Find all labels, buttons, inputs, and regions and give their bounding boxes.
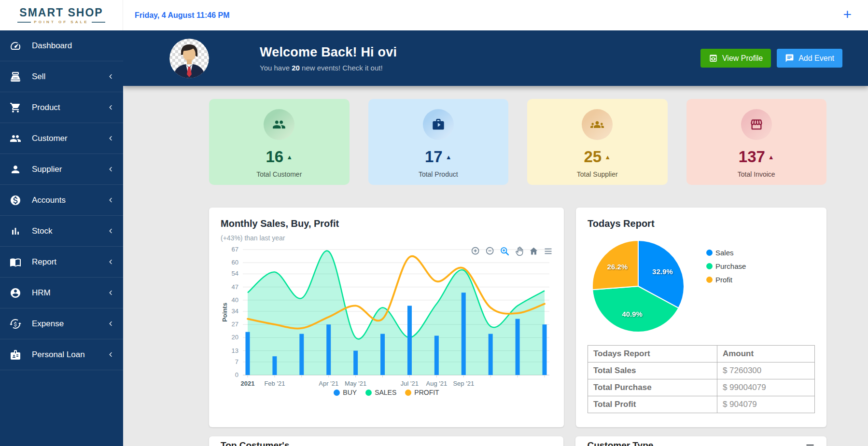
svg-text:20: 20 <box>232 334 238 341</box>
legend-item-buy[interactable]: BUY <box>334 389 357 396</box>
home-icon[interactable] <box>529 246 539 256</box>
sidebar-item-label: Sell <box>32 72 107 82</box>
stat-icon-circle <box>582 109 613 140</box>
stat-label: Total Invoice <box>738 170 775 178</box>
table-cell-label: Total Purchase <box>588 379 717 396</box>
top-customers-title: Top Costumer's <box>221 440 552 446</box>
pie-legend-item-profit[interactable]: Profit <box>706 276 746 284</box>
trend-up-icon: ▲ <box>446 153 452 161</box>
buy-bar[interactable] <box>434 336 439 375</box>
menu-icon[interactable] <box>805 442 815 446</box>
buy-bar[interactable] <box>380 334 385 375</box>
sidebar-item-accounts[interactable]: Accounts <box>0 185 123 216</box>
svg-text:2021: 2021 <box>241 380 255 387</box>
sidebar-item-expense[interactable]: Expense <box>0 308 123 339</box>
trend-up-icon: ▲ <box>768 153 774 161</box>
tagline-rule-right <box>92 22 105 23</box>
chevron-left-icon <box>107 73 114 80</box>
people-icon <box>10 133 21 144</box>
table-cell-amount: $ 904079 <box>717 396 814 413</box>
sidebar-item-hrm[interactable]: HRM <box>0 278 123 308</box>
welcome-subtitle: You have 20 new events! Check it out! <box>260 64 397 72</box>
buy-bar[interactable] <box>462 293 466 375</box>
table-cell-amount: $ 99004079 <box>717 379 814 396</box>
pie-area: 32.9%40.9%26.2% SalesPurchaseProfit <box>588 238 815 334</box>
pie-legend-item-sales[interactable]: Sales <box>706 249 746 257</box>
stat-label: Total Supplier <box>577 170 618 178</box>
menu-icon[interactable] <box>543 246 553 256</box>
sales-chart-canvas[interactable]: 071320273440475460672021Feb '21Apr '21Ma… <box>221 245 552 389</box>
svg-text:54: 54 <box>232 270 238 277</box>
legend-item-profit[interactable]: PROFIT <box>405 389 439 396</box>
buy-bar[interactable] <box>299 334 304 375</box>
sidebar-item-personal-loan[interactable]: Personal Loan <box>0 339 123 370</box>
selection-zoom-icon[interactable] <box>500 246 510 256</box>
cart-icon <box>10 102 21 113</box>
person-circle-icon <box>10 287 21 299</box>
user-avatar[interactable] <box>169 39 209 78</box>
add-event-button[interactable]: Add Event <box>777 49 842 68</box>
dashboard-content: 16▲Total Customer17▲Total Product25▲Tota… <box>123 86 868 446</box>
buy-bar[interactable] <box>543 324 547 375</box>
svg-text:Feb '21: Feb '21 <box>264 380 285 387</box>
product-icon <box>432 118 445 131</box>
view-profile-button[interactable]: View Profile <box>700 49 771 68</box>
chevron-left-icon <box>107 166 114 173</box>
charts-row: Monthly Sales, Buy, Profit (+43%) than l… <box>209 208 826 427</box>
badge-icon <box>10 349 21 361</box>
table-cell-label: Total Profit <box>588 396 717 413</box>
buy-bar[interactable] <box>407 306 412 375</box>
stat-card-total-product: 17▲Total Product <box>368 99 509 185</box>
buy-bar[interactable] <box>516 319 520 375</box>
stat-value: 137▲ <box>739 148 774 166</box>
legend-item-sales[interactable]: SALES <box>365 389 396 396</box>
sidebar-item-sell[interactable]: Sell <box>0 61 123 92</box>
svg-text:60: 60 <box>232 259 238 266</box>
pan-icon[interactable] <box>514 246 524 256</box>
stat-icon-circle <box>423 109 454 140</box>
stat-icon-circle <box>264 109 294 140</box>
welcome-title: Welcome Back! Hi ovi <box>260 45 397 60</box>
zoom-out-icon[interactable] <box>485 246 495 256</box>
preview-eye-icon <box>709 54 718 63</box>
sidebar-item-stock[interactable]: Stock <box>0 216 123 247</box>
chevron-left-icon <box>107 196 114 204</box>
pie-legend-item-purchase[interactable]: Purchase <box>706 262 746 270</box>
table-cell-amount: $ 7260300 <box>717 362 814 379</box>
svg-text:7: 7 <box>235 358 238 365</box>
sidebar-item-dashboard[interactable]: Dashboard <box>0 30 123 61</box>
buy-bar[interactable] <box>326 324 331 375</box>
todays-report-table: Todays ReportAmountTotal Sales$ 7260300T… <box>588 345 815 413</box>
chevron-left-icon <box>107 135 114 142</box>
buy-bar[interactable] <box>489 334 493 375</box>
stat-card-total-supplier: 25▲Total Supplier <box>527 99 668 185</box>
chevron-left-icon <box>107 104 114 111</box>
topbar: Friday, 4 August 11:46 PM + <box>123 0 868 30</box>
sidebar-item-product[interactable]: Product <box>0 92 123 123</box>
bar-chart-icon <box>10 225 21 237</box>
report-pie-chart[interactable]: 32.9%40.9%26.2% <box>588 238 693 334</box>
pie-slice-label: 32.9% <box>652 267 673 276</box>
plus-button[interactable]: + <box>843 7 852 22</box>
buy-bar[interactable] <box>246 332 250 375</box>
svg-text:Aug '21: Aug '21 <box>426 380 448 387</box>
sidebar-item-report[interactable]: Report <box>0 247 123 278</box>
svg-text:47: 47 <box>232 283 238 291</box>
stat-value: 17▲ <box>425 148 452 166</box>
sidebar-item-customer[interactable]: Customer <box>0 123 123 154</box>
buy-bar[interactable] <box>272 356 277 375</box>
zoom-in-icon[interactable] <box>471 246 481 256</box>
sidebar-item-label: Personal Loan <box>32 350 107 360</box>
sidebar-item-supplier[interactable]: Supplier <box>0 154 123 185</box>
buy-bar[interactable] <box>353 351 358 375</box>
svg-text:67: 67 <box>232 246 238 253</box>
sidebar-item-label: Expense <box>32 319 107 329</box>
table-header-cell: Todays Report <box>588 346 717 362</box>
table-header-cell: Amount <box>717 346 814 362</box>
datetime-text: Friday, 4 August 11:46 PM <box>135 11 230 20</box>
chart-toolbar <box>471 246 553 256</box>
brand-logo: SMART SHOP POINT OF SALE <box>0 0 123 30</box>
app-window: SMART SHOP POINT OF SALE Friday, 4 Augus… <box>0 0 868 446</box>
sidebar-item-label: Accounts <box>32 195 107 205</box>
welcome-text-block: Welcome Back! Hi ovi You have 20 new eve… <box>260 45 397 72</box>
